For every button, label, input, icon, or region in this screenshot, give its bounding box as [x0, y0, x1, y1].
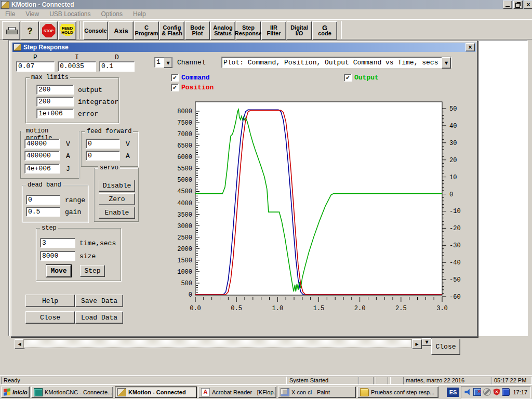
p-input[interactable]: 0.07	[16, 61, 55, 72]
step-response-chart: 0500100015002000250030003500400045005000…	[172, 97, 466, 317]
chevron-down-icon[interactable]: ▼	[164, 58, 172, 68]
bode-plot-button[interactable]: BodePlot	[185, 21, 210, 40]
disable-button[interactable]: Disable	[99, 180, 135, 192]
menu-file[interactable]: File	[0, 9, 20, 19]
console-close-button[interactable]: Close	[431, 339, 460, 355]
c-program-button[interactable]: CProgram	[134, 21, 159, 40]
scroll-right-button[interactable]: ▶	[412, 339, 422, 349]
taskbar-item-paint[interactable]: X con cl - Paint	[278, 387, 356, 398]
max-error-input[interactable]: 1e+006	[36, 109, 74, 118]
svg-text:3500: 3500	[177, 211, 192, 219]
taskbar-item-folder[interactable]: Pruebas conf step resp...	[357, 387, 438, 398]
svg-text:0.5: 0.5	[231, 305, 242, 312]
svg-text:0: 0	[449, 191, 453, 198]
feed-hold-icon: FEEDHOLD	[60, 24, 75, 37]
status-ready: Ready	[1, 377, 287, 384]
d-input[interactable]: 0.1	[99, 61, 135, 72]
taskbar-item-acrobat[interactable]: A Acrobat Reader - [KFlop...	[198, 387, 276, 398]
profile-j-input[interactable]: 4e+006	[24, 164, 60, 174]
svg-text:2000: 2000	[177, 246, 192, 253]
tray-clock: 17:17	[513, 389, 527, 395]
svg-text:40: 40	[449, 123, 457, 130]
chevron-down-icon[interactable]: ▼	[442, 57, 451, 69]
feed-forward-group: feed forward 0 V 0 A	[81, 131, 138, 167]
display-icon[interactable]	[502, 388, 510, 396]
digital-io-button[interactable]: DigitalI/O	[287, 21, 312, 40]
axis-button[interactable]: Axis	[109, 21, 134, 40]
g-code-button[interactable]: Gcode	[312, 21, 337, 40]
move-button[interactable]: Move	[46, 265, 71, 277]
menu-options[interactable]: Options	[96, 9, 128, 19]
vertical-scroll-fragment[interactable]: ▼	[422, 338, 432, 346]
svg-text:2.5: 2.5	[395, 305, 407, 312]
security-shield-icon[interactable]: ×	[493, 389, 500, 395]
print-button[interactable]	[2, 21, 20, 40]
window-title: KMotion - Connected	[11, 1, 502, 8]
language-indicator[interactable]: ES	[447, 388, 459, 397]
max-integrator-input[interactable]: 200	[36, 97, 74, 107]
restore-button[interactable]	[513, 1, 523, 9]
svg-text:30: 30	[449, 140, 457, 147]
output-checkbox[interactable]: ✔	[344, 74, 352, 82]
screen: KMotion - Connected × File View USB Loca…	[0, 0, 532, 399]
horizontal-scrollbar[interactable]	[23, 339, 412, 348]
menu-usb-locations[interactable]: USB Locations	[44, 9, 96, 19]
step-size-input[interactable]: 8000	[40, 251, 75, 261]
svg-text:0: 0	[189, 291, 192, 299]
save-data-button[interactable]: Save Data	[75, 295, 123, 307]
help-button[interactable]: ?	[21, 21, 39, 40]
iir-filter-button[interactable]: IIRFilter	[261, 21, 286, 40]
step-response-dialog: Step Response × P I D 0.07 0.0035 0.1 1 …	[10, 41, 478, 337]
step-response-button[interactable]: StepResponse	[236, 21, 261, 40]
network-disconnected-icon[interactable]: ×	[473, 388, 481, 396]
taskbar-item-kmotioncnc[interactable]: KMotionCNC - Connecte...	[31, 387, 113, 398]
close-button[interactable]: ×	[524, 1, 532, 9]
svg-text:-20: -20	[449, 225, 461, 232]
help-icon: ?	[27, 28, 32, 34]
profile-a-input[interactable]: 400000	[24, 151, 60, 161]
zero-button[interactable]: Zero	[99, 193, 135, 205]
svg-text:-60: -60	[449, 294, 461, 301]
channel-select[interactable]: 1 ▼	[154, 57, 173, 68]
minimize-button[interactable]	[503, 1, 512, 9]
help-dialog-button[interactable]: Help	[25, 295, 75, 307]
dialog-close-button[interactable]: ×	[466, 43, 475, 51]
step-time-input[interactable]: 3	[40, 238, 75, 248]
enable-button[interactable]: Enable	[99, 207, 135, 219]
svg-text:6500: 6500	[177, 142, 192, 150]
taskbar-item-kmotion[interactable]: KMotion - Connected	[115, 387, 197, 398]
gain-input[interactable]: 0.5	[26, 207, 60, 217]
analog-status-button[interactable]: AnalogStatus	[210, 21, 235, 40]
profile-v-input[interactable]: 40000	[24, 139, 60, 149]
stop-icon: STOP	[42, 24, 56, 37]
menu-help[interactable]: Help	[128, 9, 151, 19]
command-checkbox[interactable]: ✔	[171, 74, 179, 82]
position-checkbox[interactable]: ✔	[171, 84, 179, 91]
svg-text:3.0: 3.0	[436, 305, 448, 312]
console-bottom-panel: ◀ ▶ ▼ Close	[10, 336, 463, 360]
config-flash-button[interactable]: Config& Flash	[159, 21, 184, 40]
ff-v-input[interactable]: 0	[86, 139, 120, 149]
feed-hold-button[interactable]: FEEDHOLD	[58, 21, 76, 40]
start-button[interactable]: Inicio	[1, 387, 30, 398]
menu-view[interactable]: View	[20, 9, 44, 19]
ff-a-input[interactable]: 0	[86, 151, 120, 161]
audio-icon[interactable]	[464, 389, 471, 395]
folder-icon	[360, 388, 369, 396]
taskbar: Inicio KMotionCNC - Connecte... KMotion …	[0, 384, 532, 399]
plot-select[interactable]: Plot: Command, Position, Output Command …	[221, 57, 451, 68]
stop-button[interactable]: STOP	[39, 21, 58, 40]
blocked-icon[interactable]	[483, 388, 491, 396]
i-input[interactable]: 0.0035	[58, 61, 96, 72]
max-output-input[interactable]: 200	[36, 85, 74, 95]
svg-text:1500: 1500	[177, 257, 192, 264]
svg-text:3000: 3000	[177, 223, 192, 230]
close-dialog-button[interactable]: Close	[25, 311, 75, 324]
svg-text:5500: 5500	[177, 165, 192, 172]
motion-profile-group: motion profile 40000 V 400000 A 4e+006 J	[20, 131, 79, 179]
load-data-button[interactable]: Load Data	[75, 311, 123, 324]
range-input[interactable]: 0	[26, 195, 60, 205]
step-button[interactable]: Step	[80, 265, 105, 277]
p-label: P	[16, 54, 55, 61]
console-button[interactable]: Console	[83, 21, 108, 40]
